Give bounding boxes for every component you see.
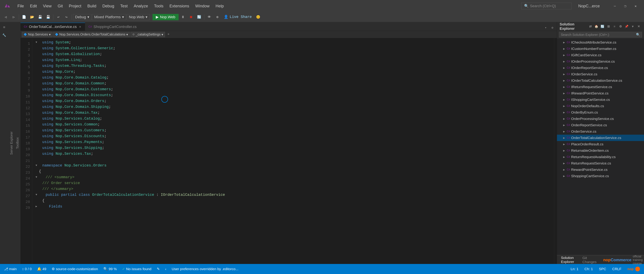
se-file-IRewardPointService[interactable]: ▶ C# IRewardPointService.cs — [557, 90, 644, 96]
se-file-OrderProcessingService[interactable]: ▶ C# OrderProcessingService.cs — [557, 116, 644, 122]
minimize-button[interactable]: — — [610, 3, 620, 9]
tab-close-1[interactable]: ✕ — [78, 25, 82, 28]
toolbox-icon[interactable]: 🔧 — [0, 31, 8, 39]
se-file-ICustomNumberFormatter[interactable]: ▶ C# ICustomNumberFormatter.cs — [557, 45, 644, 52]
fold-22[interactable]: ▼ — [36, 163, 39, 168]
settings-button[interactable]: ⚙ — [214, 13, 221, 21]
nopcommerce-status-item[interactable]: nop — [626, 266, 641, 272]
search-box[interactable]: 🔍 Search (Ctrl+Q) — [521, 3, 572, 9]
menu-edit[interactable]: Edit — [27, 3, 40, 9]
menu-debug[interactable]: Debug — [100, 3, 117, 9]
se-file-PlaceOrderResult[interactable]: ▶ C# PlaceOrderResult.cs — [557, 141, 644, 147]
se-file-IOrderTotalCalculationService[interactable]: ▶ C# IOrderTotalCalculationService.cs — [557, 77, 644, 84]
git-changes-tab[interactable]: Git Changes — [580, 255, 599, 265]
se-file-IOrderProcessingService[interactable]: ▶ C# IOrderProcessingService.cs — [557, 58, 644, 65]
fold-29[interactable]: ▶ — [36, 205, 39, 209]
redo-button[interactable]: ↪ — [63, 13, 70, 21]
se-home-button[interactable]: 🏠 — [594, 24, 599, 29]
se-file-IGiftCardService[interactable]: ▶ C# IGiftCardService.cs — [557, 52, 644, 58]
se-file-ICheckoutAttributeService[interactable]: ▶ C# ICheckoutAttributeService.cs — [557, 39, 644, 45]
tab-order-total-service[interactable]: C# OrderTotalCal...ionService.cs ✕ — [20, 23, 85, 31]
se-collapse-button[interactable]: ⊞ — [606, 24, 611, 29]
sync-item[interactable]: ↕ 0 / 0 — [21, 267, 33, 271]
se-file-OrderTotalCalculationService[interactable]: ▶ C# OrderTotalCalculationService.cs — [557, 135, 644, 141]
se-settings-button[interactable]: ⚙ — [618, 24, 623, 29]
new-file-button[interactable]: 📄 — [20, 13, 28, 21]
stop-button[interactable]: ⏹ — [187, 13, 195, 21]
platform-dropdown[interactable]: Mixed Platforms ▾ — [92, 14, 126, 20]
restore-button[interactable]: ❐ — [620, 3, 630, 9]
feedback-item[interactable]: ✎ — [156, 267, 161, 271]
menu-view[interactable]: View — [40, 3, 54, 9]
tabs-settings-button[interactable]: ⚙ — [550, 25, 556, 31]
class-dropdown[interactable]: 🔷 Nop.Services.Orders.OrderTotalCalculat… — [53, 32, 130, 37]
se-filter-button[interactable]: ≡ — [612, 24, 617, 29]
menu-file[interactable]: File — [15, 3, 27, 9]
menu-test[interactable]: Test — [118, 3, 130, 9]
se-file-ShoppingCartService[interactable]: ▶ C# ShoppingCartService.cs — [557, 173, 644, 179]
menu-build[interactable]: Build — [85, 3, 99, 9]
menu-help[interactable]: Help — [213, 3, 226, 9]
se-sync-button[interactable]: ⇄ — [588, 24, 593, 29]
se-pin-button[interactable]: 📌 — [624, 24, 629, 29]
menu-project[interactable]: Project — [66, 3, 84, 9]
menu-window[interactable]: Window — [192, 3, 212, 9]
se-file-IShoppingCartService[interactable]: ▶ C# IShoppingCartService.cs — [557, 96, 644, 103]
se-refresh-button[interactable]: 🔄 — [600, 24, 605, 29]
se-file-OrderReportService[interactable]: ▶ C# OrderReportService.cs — [557, 122, 644, 128]
forward-button[interactable]: ▷ — [10, 13, 18, 21]
menu-analyze[interactable]: Analyze — [131, 3, 150, 9]
feedback-button[interactable]: 😊 — [254, 13, 262, 21]
nav-add-button[interactable]: + — [166, 32, 171, 37]
se-file-IReturnRequestService[interactable]: ▶ C# IReturnRequestService.cs — [557, 84, 644, 90]
menu-git[interactable]: Git — [55, 3, 66, 9]
fold-1[interactable]: ▼ — [36, 40, 39, 45]
open-file-button[interactable]: 📂 — [28, 13, 36, 21]
col-number-item[interactable]: Ch: 1 — [583, 267, 594, 271]
chevron-item[interactable]: ‹ — [164, 267, 168, 271]
start-button[interactable]: ▶ Nop.Web — [152, 14, 178, 20]
se-file-OrderService[interactable]: ▶ C# OrderService.cs — [557, 128, 644, 135]
member-dropdown[interactable]: ⚙ _catalogSettings ▾ — [130, 32, 165, 37]
se-file-IOrderReportService[interactable]: ▶ C# IOrderReportService.cs — [557, 65, 644, 71]
menu-extensions[interactable]: Extensions — [167, 3, 192, 9]
server-explorer-icon[interactable]: ⊞ — [0, 23, 8, 31]
save-button[interactable]: 💾 — [36, 13, 44, 21]
se-close-button[interactable]: ✕ — [636, 24, 641, 29]
fold-24[interactable]: ▼ — [36, 175, 39, 180]
line-ending-item[interactable]: CRLF — [611, 267, 623, 271]
encoding-item[interactable]: SPC — [598, 267, 608, 271]
line-number-item[interactable]: Ln: 1 — [569, 267, 580, 271]
git-branch-item[interactable]: ⎇ main — [3, 267, 18, 271]
restart-button[interactable]: 🔄 — [196, 13, 203, 21]
save-all-button[interactable]: 💾 — [44, 13, 52, 21]
se-file-ReturnRequestAvailability[interactable]: ▶ C# ReturnRequestAvailability.cs — [557, 154, 644, 160]
fold-27[interactable]: ▼ — [36, 193, 39, 197]
source-code-item[interactable]: ⚙ source-code-customization — [50, 267, 99, 271]
se-file-ReturnRequestService[interactable]: ▶ C# ReturnRequestService.cs — [557, 160, 644, 167]
view-button[interactable]: 👁 — [206, 13, 213, 21]
editor-scrollbar[interactable] — [554, 38, 557, 264]
warnings-item[interactable]: ✓ No issues found — [121, 267, 153, 271]
pause-button[interactable]: ⏸ — [179, 13, 187, 21]
solution-explorer-tab[interactable]: Solution Explorer — [558, 255, 579, 265]
se-file-ReturnableOrderItem[interactable]: ▶ C# ReturnableOrderItem.cs — [557, 147, 644, 154]
tab-shopping-cart[interactable]: C# ShoppingCartController.cs — [85, 23, 140, 31]
close-button[interactable]: ✕ — [630, 3, 641, 9]
debug-mode-dropdown[interactable]: Debug ▾ — [73, 14, 92, 20]
live-share-button[interactable]: 👤 Live Share — [222, 14, 254, 20]
se-search-input[interactable]: Search Solution Explorer (Ctrl+;) 🔍 — [559, 32, 642, 37]
namespace-dropdown[interactable]: 🔷 Nop.Services ▾ — [22, 32, 52, 37]
target-dropdown[interactable]: Nop.Web ▾ — [127, 14, 150, 20]
undo-button[interactable]: ↩ — [55, 13, 62, 21]
code-content[interactable]: ▼ using System; using System.Collections… — [32, 38, 554, 264]
menu-tools[interactable]: Tools — [152, 3, 166, 9]
zoom-item[interactable]: 🔍 99 % — [102, 267, 118, 271]
notification-item[interactable]: 🔔 49 — [36, 267, 48, 271]
se-file-OrderByEnum[interactable]: ▶ C# OrderByEnum.cs — [557, 109, 644, 116]
se-file-NopOrderDefaults[interactable]: ▶ C# NopOrderDefaults.cs — [557, 103, 644, 109]
user-prefs-item[interactable]: User preferences overridden by .editorco… — [170, 267, 240, 271]
back-button[interactable]: ◁ — [2, 13, 10, 21]
se-file-IOrderService[interactable]: ▶ C# IOrderService.cs — [557, 71, 644, 77]
code-editor[interactable]: 12345 678910 1112131415 1617181920 21222… — [20, 38, 557, 264]
